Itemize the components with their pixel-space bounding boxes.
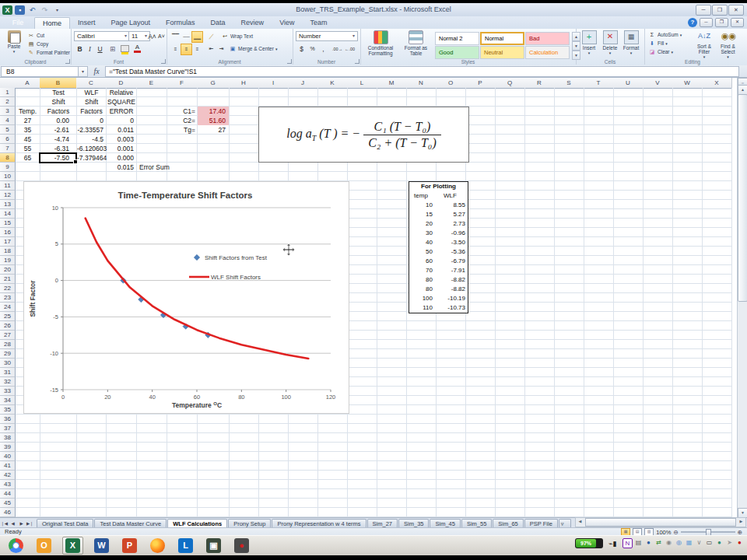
row-header-32[interactable]: 32 [0, 377, 16, 387]
align-left-button[interactable]: ≡ [170, 44, 181, 55]
row-header-16[interactable]: 16 [0, 228, 16, 237]
minimize-button[interactable]: ─ [696, 5, 711, 16]
cell-G4[interactable]: 51.60 [198, 116, 229, 125]
find-select-button[interactable]: ◉◉ Find & Select▾ [717, 30, 739, 60]
row-header-17[interactable]: 17 [0, 237, 16, 247]
row-header-14[interactable]: 14 [0, 209, 16, 219]
column-header-W[interactable]: W [672, 78, 703, 89]
cell-F4[interactable]: C2= [167, 116, 197, 125]
tray-push-arrow-icon[interactable]: ➤ [725, 538, 734, 547]
row-header-46[interactable]: 46 [0, 508, 16, 517]
copy-button[interactable]: ▤Copy [27, 40, 48, 47]
tab-insert[interactable]: Insert [70, 17, 103, 29]
tray-stop-red-icon[interactable]: ● [735, 538, 744, 547]
row-header-33[interactable]: 33 [0, 387, 16, 396]
comma-style-button[interactable]: , [317, 44, 329, 55]
column-header-T[interactable]: T [584, 78, 614, 89]
taskbar-app-powerpoint[interactable]: P [120, 537, 139, 554]
row-header-35[interactable]: 35 [0, 405, 16, 415]
underline-button[interactable]: U [94, 44, 106, 55]
alignment-dialog-launcher[interactable] [287, 59, 292, 64]
column-header-K[interactable]: K [317, 78, 348, 89]
borders-button[interactable]: ⊞ [107, 44, 118, 55]
workbook-restore-button[interactable]: ❐ [715, 18, 728, 27]
column-header-F[interactable]: F [167, 78, 198, 89]
percent-style-button[interactable]: % [307, 44, 318, 55]
font-name-select[interactable]: Calibri▾ [74, 31, 130, 41]
row-header-44[interactable]: 44 [0, 489, 16, 499]
row-header-31[interactable]: 31 [0, 368, 16, 377]
row-header-41[interactable]: 41 [0, 461, 16, 471]
cell-A3[interactable]: Temp. [16, 107, 40, 116]
file-tab[interactable]: File [3, 17, 33, 29]
cell-B6[interactable]: -4.74 [40, 135, 76, 144]
cell-F5[interactable]: Tg= [167, 125, 197, 135]
legend-wlf-label[interactable]: WLF Shift Factors [211, 274, 261, 281]
undo-icon[interactable]: ↶ [27, 5, 37, 15]
tab-page-layout[interactable]: Page Layout [103, 17, 159, 29]
legend-test-label[interactable]: Shift Factors from Test [205, 254, 268, 261]
cell-C3[interactable]: Factors [77, 107, 106, 116]
merge-center-button[interactable]: ▣Merge & Center▾ [229, 45, 277, 52]
row-header-5[interactable]: 5 [0, 125, 16, 135]
horizontal-scrollbar[interactable]: ◀ ▶ [575, 517, 746, 527]
tab-view[interactable]: View [272, 17, 302, 29]
column-header-A[interactable]: A [15, 78, 40, 89]
close-button[interactable]: ✕ [728, 5, 744, 16]
row-header-29[interactable]: 29 [0, 349, 16, 359]
taskbar-app-outlook[interactable]: O [34, 537, 54, 554]
name-box-dropdown-icon[interactable]: ▾ [79, 66, 88, 77]
format-painter-button[interactable]: ✎Format Painter [27, 49, 70, 56]
cell-B4[interactable]: 0.00 [40, 116, 76, 125]
cell-C1[interactable]: WLF [77, 88, 106, 97]
tray-compass-app-icon[interactable]: ◎ [675, 538, 683, 547]
cell-A7[interactable]: 55 [16, 144, 40, 153]
taskbar-app-screen-share-app[interactable]: ▣ [204, 537, 223, 554]
tab-team[interactable]: Team [302, 17, 335, 29]
column-header-B[interactable]: B [40, 78, 77, 89]
style-good[interactable]: Good [435, 46, 479, 59]
sort-filter-button[interactable]: A↓Z Sort & Filter▾ [693, 30, 716, 60]
save-icon[interactable]: ▪ [15, 5, 25, 15]
font-dialog-launcher[interactable] [161, 59, 166, 64]
cell-D7[interactable]: 0.001 [107, 144, 136, 153]
row-header-13[interactable]: 13 [0, 200, 16, 209]
increase-indent-button[interactable]: ⇥ [216, 44, 227, 55]
row-header-26[interactable]: 26 [0, 321, 16, 331]
cell-D6[interactable]: 0.003 [107, 135, 136, 144]
style-normal[interactable]: Normal [480, 32, 524, 45]
conditional-formatting-button[interactable]: Conditional Formatting [363, 30, 398, 56]
row-header-28[interactable]: 28 [0, 340, 16, 349]
accounting-format-button[interactable]: $ [296, 44, 307, 55]
scroll-right-icon[interactable]: ▶ [737, 518, 745, 525]
row-header-4[interactable]: 4 [0, 116, 16, 125]
workbook-minimize-button[interactable]: ─ [700, 18, 713, 27]
wlf-curve[interactable] [86, 219, 309, 359]
taskbar-app-recorder-app[interactable]: ● [232, 537, 251, 554]
column-header-Q[interactable]: Q [495, 78, 525, 89]
column-header-J[interactable]: J [288, 78, 318, 89]
cell-C7[interactable]: -6.120603 [77, 144, 106, 153]
row-header-27[interactable]: 27 [0, 331, 16, 340]
restore-button[interactable]: ❐ [712, 5, 728, 16]
cell-C2[interactable]: Shift [77, 97, 106, 107]
column-header-O[interactable]: O [436, 78, 466, 89]
row-header-30[interactable]: 30 [0, 359, 16, 368]
column-header-S[interactable]: S [554, 78, 584, 89]
row-header-39[interactable]: 39 [0, 443, 16, 452]
tray-media-app-icon[interactable]: ◉ [665, 538, 673, 547]
tab-review[interactable]: Review [233, 17, 272, 29]
wrap-text-button[interactable]: ↩Wrap Text [221, 33, 253, 40]
cell-A6[interactable]: 45 [16, 135, 40, 144]
tray-chevron-icon[interactable]: ∨ [695, 538, 703, 547]
cell-B1[interactable]: Test [40, 88, 76, 97]
cell-B2[interactable]: Shift [40, 97, 76, 107]
cell-A5[interactable]: 35 [16, 125, 40, 135]
row-header-11[interactable]: 11 [0, 181, 16, 191]
row-header-45[interactable]: 45 [0, 499, 16, 508]
taskbar-app-firefox[interactable] [148, 537, 167, 554]
format-cells-button[interactable]: ▦ Format▾ [621, 30, 641, 56]
cell-D5[interactable]: 0.011 [107, 125, 136, 135]
row-header-40[interactable]: 40 [0, 452, 16, 461]
cell-G3[interactable]: 17.40 [198, 107, 229, 116]
